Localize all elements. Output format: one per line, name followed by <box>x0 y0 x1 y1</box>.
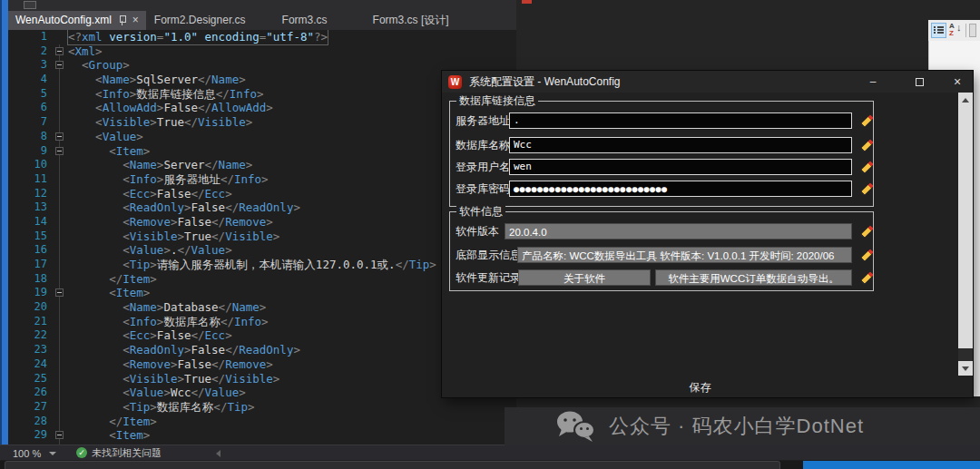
maximize-button[interactable] <box>908 72 930 92</box>
code-line[interactable]: 10 <Name>Server</Name> <box>8 158 516 172</box>
form-row: 软件版本20.0.4.0 <box>450 223 873 240</box>
code-line[interactable]: 8 <Value> <box>8 130 516 144</box>
scroll-down-icon[interactable] <box>958 361 973 376</box>
code-line[interactable]: 13 <ReadOnly>False</ReadOnly> <box>8 200 516 215</box>
code-line[interactable]: 1<?xml version="1.0" encoding="utf-8"?> <box>8 30 516 44</box>
code-line[interactable]: 27 <Tip>数据库名称</Tip> <box>8 400 516 415</box>
close-tab-icon[interactable]: × <box>132 11 139 30</box>
code-line[interactable]: 18 </Item> <box>8 272 516 287</box>
field-label: 底部显示信息 <box>456 247 521 264</box>
ide-top-strip <box>8 0 516 11</box>
code-line[interactable]: 19 <Item> <box>8 286 516 300</box>
code-text: <ReadOnly>False</ReadOnly> <box>68 343 300 357</box>
code-line[interactable]: 2<Xml> <box>8 44 516 59</box>
edit-pencil-icon[interactable] <box>860 113 875 128</box>
code-text: </Item> <box>68 272 157 287</box>
edit-pencil-icon[interactable] <box>860 181 875 196</box>
code-line[interactable]: 4 <Name>SqlServer</Name> <box>8 73 516 87</box>
code-line[interactable]: 7 <Visible>True</Visible> <box>8 115 516 130</box>
text-field[interactable]: 产品名称: WCC数据导出工具 软件版本: V1.0.0.1 开发时间: 202… <box>517 247 852 263</box>
collapse-icon[interactable] <box>55 47 64 55</box>
form-row: 登录库密码●●●●●●●●●●●●●●●●●●●●●●●●●● <box>450 181 873 198</box>
text-field[interactable]: . <box>509 112 852 129</box>
editor-tab[interactable]: Form3.cs [设计] <box>365 11 457 30</box>
code-line[interactable]: 15 <Visible>True</Visible> <box>8 230 516 244</box>
code-text: <Name>Database</Name> <box>68 300 266 315</box>
dialog-scrollbar[interactable] <box>958 93 973 376</box>
line-number: 12 <box>8 187 53 201</box>
edit-pencil-icon[interactable] <box>860 270 875 285</box>
code-text: <Name>SqlServer</Name> <box>68 73 246 87</box>
line-number: 5 <box>8 87 53 102</box>
code-text: <Group> <box>68 58 130 73</box>
tab-label: Form2.Designer.cs <box>154 14 246 26</box>
fold-margin <box>53 258 68 272</box>
software-info-groupbox: 软件信息 软件版本20.0.4.0底部显示信息产品名称: WCC数据导出工具 软… <box>449 211 874 291</box>
sort-alphabetical-icon[interactable]: A Z ↓ <box>949 23 963 38</box>
text-field[interactable]: wen <box>509 159 852 175</box>
editor-tab[interactable]: Form3.cs <box>274 11 336 30</box>
update-notes-field[interactable]: 软件主要用WCC订单数据自动导出。 <box>655 269 852 286</box>
fold-margin <box>53 315 68 329</box>
collapse-icon[interactable] <box>55 132 64 141</box>
code-line[interactable]: 20 <Name>Database</Name> <box>8 300 516 315</box>
code-text: <?xml version="1.0" encoding="utf-8"?> <box>68 30 328 44</box>
code-line[interactable]: 5 <Info>数据库链接信息</Info> <box>8 87 516 102</box>
close-button[interactable]: × <box>946 72 968 92</box>
scroll-up-icon[interactable] <box>958 93 973 107</box>
pin-icon[interactable] <box>118 15 126 25</box>
edit-pencil-icon[interactable] <box>860 138 875 152</box>
watermark-banner: 公众号 · 码农小白学DotNet <box>505 407 980 445</box>
fold-margin <box>53 172 68 187</box>
line-number: 25 <box>8 372 53 386</box>
about-software-field[interactable]: 关于软件 <box>518 269 651 286</box>
code-line[interactable]: 3 <Group> <box>8 58 516 73</box>
code-line[interactable]: 29 <Item> <box>8 428 516 443</box>
code-line[interactable]: 22 <Ecc>False</Ecc> <box>8 328 516 343</box>
code-line[interactable]: 11 <Info>服务器地址</Info> <box>8 172 516 187</box>
dialog-title-bar[interactable]: W 系统配置设置 - WenAutoConfig – × <box>442 71 973 93</box>
collapse-icon[interactable] <box>55 288 64 297</box>
code-line[interactable]: 26 <Value>Wcc</Value> <box>8 386 516 400</box>
editor-tab[interactable]: Form2.Designer.cs <box>146 11 254 30</box>
hscroll-left-arrow-icon[interactable] <box>216 450 220 457</box>
code-line[interactable]: 25 <Visible>True</Visible> <box>8 372 516 386</box>
code-line[interactable]: 12 <Ecc>False</Ecc> <box>8 187 516 201</box>
collapse-icon[interactable] <box>55 147 64 155</box>
code-line[interactable]: 28 </Item> <box>8 415 516 429</box>
form-row: 底部显示信息产品名称: WCC数据导出工具 软件版本: V1.0.0.1 开发时… <box>450 247 873 264</box>
code-line[interactable]: 6 <AllowAdd>False</AllowAdd> <box>8 101 516 115</box>
field-label: 登录库密码 <box>456 181 510 198</box>
text-field[interactable]: Wcc <box>509 137 852 153</box>
xml-code-editor[interactable]: 1<?xml version="1.0" encoding="utf-8"?>2… <box>8 30 516 445</box>
code-text: <Info>数据库链接信息</Info> <box>68 87 263 102</box>
code-line[interactable]: 16 <Value>.</Value> <box>8 243 516 258</box>
minimize-button[interactable]: – <box>862 72 884 92</box>
categorized-icon[interactable] <box>931 23 946 38</box>
edit-pencil-icon[interactable] <box>860 248 875 262</box>
code-line[interactable]: 21 <Info>数据库名称</Info> <box>8 315 516 329</box>
code-text: <Value>Wcc</Value> <box>68 386 246 400</box>
edit-pencil-icon[interactable] <box>860 224 875 239</box>
collapse-icon[interactable] <box>55 61 64 69</box>
password-field[interactable]: ●●●●●●●●●●●●●●●●●●●●●●●●●● <box>509 181 852 197</box>
scrollbar-thumb[interactable] <box>958 107 973 348</box>
line-number: 1 <box>8 30 53 44</box>
editor-tab[interactable]: WenAutoConfig.xml× <box>8 11 146 30</box>
code-line[interactable]: 9 <Item> <box>8 144 516 159</box>
fold-margin <box>53 286 68 300</box>
code-text: <Ecc>False</Ecc> <box>68 328 232 343</box>
text-field[interactable]: 20.0.4.0 <box>505 223 852 239</box>
edit-pencil-icon[interactable] <box>860 160 875 174</box>
line-number: 18 <box>8 272 53 287</box>
save-button[interactable]: 保存 <box>442 380 958 396</box>
collapse-icon[interactable] <box>55 431 64 439</box>
field-label: 软件更新记录 <box>456 269 521 287</box>
code-line[interactable]: 14 <Remove>False</Remove> <box>8 215 516 230</box>
code-line[interactable]: 17 <Tip>请输入服务器机制，本机请输入127.0.0.1或.</Tip> <box>8 258 516 272</box>
code-text: <Remove>False</Remove> <box>68 357 273 372</box>
code-line[interactable]: 23 <ReadOnly>False</ReadOnly> <box>8 343 516 357</box>
zoom-level-dropdown[interactable]: 100 % <box>13 445 56 461</box>
code-line[interactable]: 24 <Remove>False</Remove> <box>8 357 516 372</box>
code-text: </Item> <box>68 415 157 429</box>
